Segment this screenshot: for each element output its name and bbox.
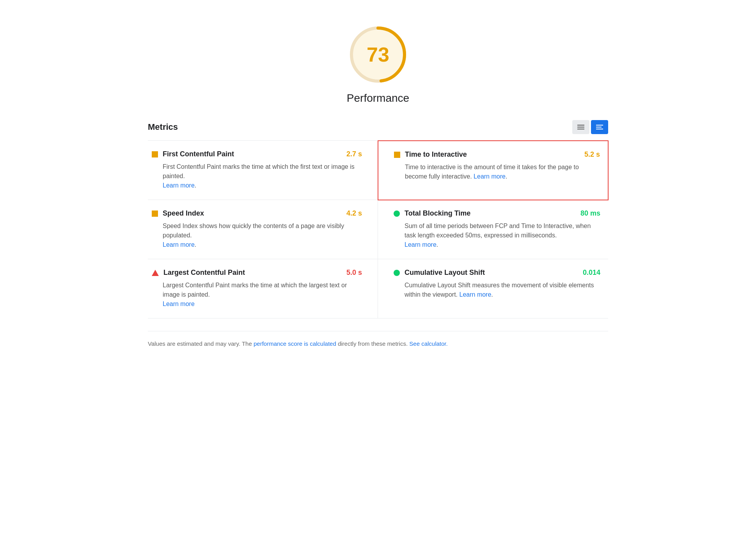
metrics-title: Metrics	[148, 122, 178, 132]
tti-learn-more[interactable]: Learn more	[474, 173, 506, 180]
tbt-learn-more[interactable]: Learn more	[405, 241, 437, 248]
tti-description: Time to interactive is the amount of tim…	[405, 163, 600, 181]
fcp-icon	[152, 151, 158, 157]
si-value: 4.2 s	[346, 209, 362, 218]
metric-cls-header: Cumulative Layout Shift 0.014	[394, 269, 600, 278]
lcp-name: Largest Contentful Paint	[163, 269, 245, 277]
view-toggle-buttons	[572, 120, 608, 134]
cls-name: Cumulative Layout Shift	[405, 269, 485, 277]
metric-si: Speed Index 4.2 s Speed Index shows how …	[148, 200, 378, 259]
tbt-icon	[394, 211, 400, 217]
footer-link-see-calculator[interactable]: See calculator.	[409, 340, 447, 347]
score-section: 73 Performance	[148, 16, 608, 104]
metric-tbt-title-row: Total Blocking Time 80 ms	[405, 209, 600, 218]
score-value: 73	[367, 43, 389, 66]
fcp-learn-more[interactable]: Learn more	[163, 182, 195, 189]
metric-lcp: Largest Contentful Paint 5.0 s Largest C…	[148, 259, 378, 318]
metric-lcp-title-row: Largest Contentful Paint 5.0 s	[163, 269, 362, 277]
footer-note: Values are estimated and may vary. The p…	[148, 331, 608, 348]
metric-fcp-title-row: First Contentful Paint 2.7 s	[163, 150, 362, 158]
score-ring: 73	[347, 23, 409, 86]
tti-icon	[394, 152, 400, 158]
metric-tti-title-row: Time to Interactive 5.2 s	[405, 150, 600, 159]
metrics-grid: First Contentful Paint 2.7 s First Conte…	[148, 140, 608, 318]
metric-fcp: First Contentful Paint 2.7 s First Conte…	[148, 141, 378, 200]
si-description: Speed Index shows how quickly the conten…	[163, 221, 362, 249]
metric-fcp-header: First Contentful Paint 2.7 s	[152, 150, 362, 159]
lcp-value: 5.0 s	[346, 269, 362, 277]
metric-si-header: Speed Index 4.2 s	[152, 209, 362, 218]
metric-lcp-header: Largest Contentful Paint 5.0 s	[152, 269, 362, 278]
footer-text-middle: directly from these metrics.	[338, 340, 409, 347]
si-icon	[152, 211, 158, 217]
list-view-button[interactable]	[572, 120, 589, 134]
footer-text-before: Values are estimated and may vary. The	[148, 340, 254, 347]
tti-value: 5.2 s	[584, 150, 600, 159]
metric-tti: Time to Interactive 5.2 s Time to intera…	[378, 140, 609, 200]
lcp-description: Largest Contentful Paint marks the time …	[163, 281, 362, 309]
cls-icon	[394, 270, 400, 276]
footer-link-calculator[interactable]: performance score is calculated	[254, 340, 336, 347]
lcp-icon	[152, 270, 159, 276]
metric-tbt: Total Blocking Time 80 ms Sum of all tim…	[378, 200, 608, 259]
cls-description: Cumulative Layout Shift measures the mov…	[405, 281, 600, 299]
fcp-description: First Contentful Paint marks the time at…	[163, 162, 362, 190]
fcp-name: First Contentful Paint	[163, 150, 234, 158]
tti-name: Time to Interactive	[405, 150, 467, 159]
detail-view-button[interactable]	[591, 120, 608, 134]
metric-si-title-row: Speed Index 4.2 s	[163, 209, 362, 218]
fcp-value: 2.7 s	[346, 150, 362, 158]
tbt-description: Sum of all time periods between FCP and …	[405, 221, 600, 249]
tbt-name: Total Blocking Time	[405, 209, 470, 218]
metrics-header: Metrics	[148, 120, 608, 134]
metric-tti-header: Time to Interactive 5.2 s	[394, 150, 600, 159]
cls-value: 0.014	[583, 269, 600, 277]
metric-cls-title-row: Cumulative Layout Shift 0.014	[405, 269, 600, 277]
tbt-value: 80 ms	[580, 209, 600, 218]
score-label: Performance	[347, 92, 409, 104]
detail-view-icon	[596, 125, 603, 129]
cls-learn-more[interactable]: Learn more	[460, 291, 492, 298]
si-name: Speed Index	[163, 209, 204, 218]
metric-tbt-header: Total Blocking Time 80 ms	[394, 209, 600, 218]
metric-cls: Cumulative Layout Shift 0.014 Cumulative…	[378, 259, 608, 318]
si-learn-more[interactable]: Learn more	[163, 241, 195, 248]
lcp-learn-more[interactable]: Learn more	[163, 301, 195, 307]
list-view-icon	[577, 125, 584, 129]
